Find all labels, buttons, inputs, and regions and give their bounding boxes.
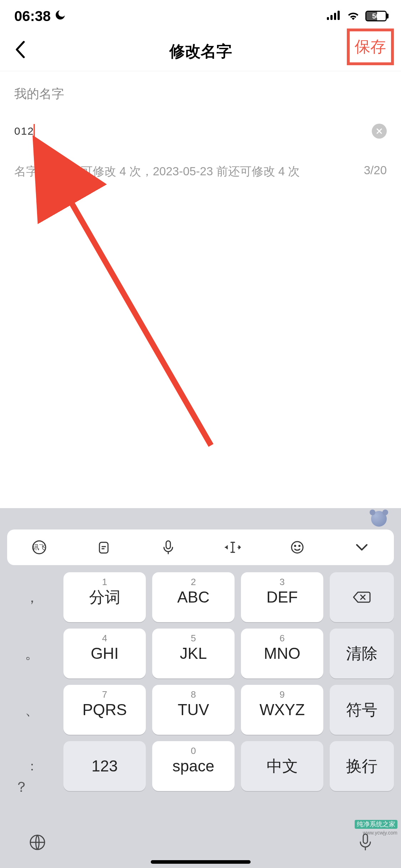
svg-text:讯飞: 讯飞 (33, 544, 46, 551)
key-7-pqrs[interactable]: 7PQRS (63, 685, 146, 735)
svg-line-4 (55, 175, 211, 445)
svg-rect-0 (327, 17, 329, 20)
wifi-icon (347, 11, 360, 21)
emoji-icon[interactable] (288, 538, 306, 556)
keyboard: 讯飞 ， 1分词 2ABC 3DEF 。 4GHI 5JKL 6MNO 清除 、… (0, 508, 401, 868)
keyboard-toolbar: 讯飞 (7, 529, 394, 565)
status-bar: 06:38 56 (0, 0, 401, 32)
key-2-abc[interactable]: 2ABC (152, 572, 235, 622)
keyboard-avatar-icon[interactable] (371, 511, 387, 527)
lang-key[interactable]: 中文 (241, 741, 323, 791)
punct-key-question[interactable]: ？ (14, 777, 29, 797)
svg-point-10 (294, 546, 295, 547)
punct-key-period[interactable]: 。 (7, 629, 57, 678)
home-indicator (151, 860, 251, 864)
char-counter: 3/20 (364, 164, 387, 180)
text-cursor (34, 124, 35, 138)
hint-text: 名字 30 天内可修改 4 次，2023-05-23 前还可修改 4 次 (14, 164, 300, 180)
clipboard-icon[interactable] (95, 538, 113, 556)
key-8-tuv[interactable]: 8TUV (152, 685, 235, 735)
xunfei-icon[interactable]: 讯飞 (30, 538, 48, 556)
svg-rect-1 (330, 15, 333, 20)
chevron-down-icon[interactable] (353, 538, 371, 556)
name-input-row: 012 (14, 124, 387, 139)
cursor-move-icon[interactable] (224, 538, 242, 556)
space-key[interactable]: 0space (152, 741, 235, 791)
svg-point-9 (292, 542, 303, 553)
mic-icon[interactable] (159, 538, 177, 556)
status-time: 06:38 (14, 8, 51, 24)
globe-icon[interactable] (29, 833, 46, 853)
save-button[interactable]: 保存 (347, 29, 394, 65)
section-label: 我的名字 (14, 86, 387, 102)
punct-key-pause[interactable]: 、 (7, 685, 57, 735)
key-6-mno[interactable]: 6MNO (241, 629, 323, 678)
svg-rect-7 (99, 542, 108, 553)
clear-key[interactable]: 清除 (330, 629, 394, 678)
return-key[interactable]: 换行 (330, 741, 394, 791)
key-5-jkl[interactable]: 5JKL (152, 629, 235, 678)
cellular-icon (327, 11, 341, 21)
svg-point-11 (299, 546, 300, 547)
backspace-key[interactable] (330, 572, 394, 622)
moon-icon (54, 8, 66, 24)
punct-key-comma[interactable]: ， (7, 572, 57, 622)
svg-rect-3 (338, 11, 340, 20)
key-1-fenci[interactable]: 1分词 (63, 572, 146, 622)
name-input[interactable]: 012 (14, 125, 34, 137)
svg-rect-2 (334, 13, 336, 20)
svg-rect-8 (166, 541, 170, 549)
key-4-ghi[interactable]: 4GHI (63, 629, 146, 678)
nav-bar: 修改名字 保存 (0, 32, 401, 71)
battery-icon: 56 (365, 11, 387, 21)
key-3-def[interactable]: 3DEF (241, 572, 323, 622)
watermark: 纯净系统之家 www.ycwjy.com (355, 820, 397, 837)
clear-input-button[interactable] (372, 124, 387, 139)
symbol-key[interactable]: 符号 (330, 685, 394, 735)
page-title: 修改名字 (0, 41, 401, 62)
key-123[interactable]: 123 (63, 741, 146, 791)
key-9-wxyz[interactable]: 9WXYZ (241, 685, 323, 735)
back-button[interactable] (11, 37, 29, 66)
